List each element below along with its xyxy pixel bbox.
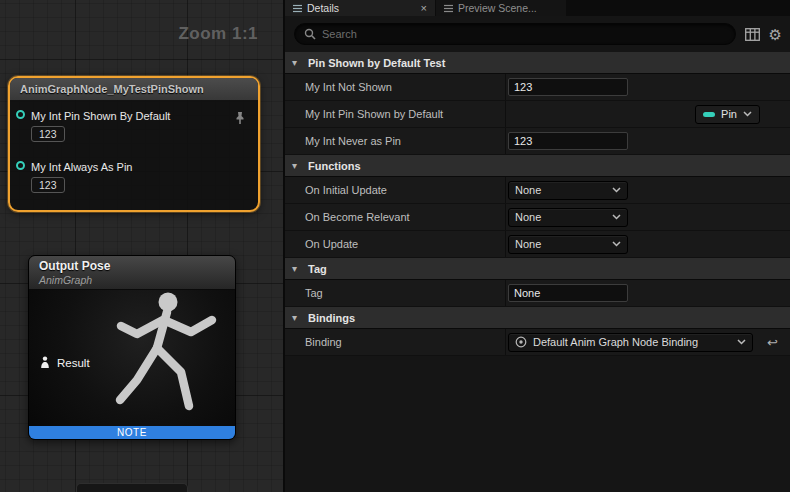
- node-preview-area: Result: [29, 290, 235, 427]
- anim-graph-node-selected[interactable]: AnimGraphNode_MyTestPinShown My Int Pin …: [8, 76, 260, 212]
- node-title: Output Pose: [39, 259, 225, 274]
- row-tag: Tag: [285, 280, 790, 307]
- tab-label: Details: [307, 2, 339, 14]
- category-bindings[interactable]: ▾ Bindings: [285, 307, 790, 329]
- chevron-down-icon: [743, 111, 752, 117]
- result-pin-row: Result: [39, 356, 90, 369]
- pin-value-field[interactable]: 123: [31, 177, 65, 193]
- node-title[interactable]: AnimGraphNode_MyTestPinShown: [10, 78, 258, 100]
- search-input[interactable]: [322, 28, 726, 40]
- chevron-down-icon: ▾: [292, 264, 302, 274]
- output-pose-node[interactable]: Output Pose AnimGraph Result: [28, 255, 236, 440]
- property-list: ▾ Pin Shown by Default Test My Int Not S…: [285, 52, 790, 492]
- category-pin-shown-by-default-test[interactable]: ▾ Pin Shown by Default Test: [285, 52, 790, 74]
- row-on-become-relevant: On Become Relevant None: [285, 204, 790, 231]
- reset-to-default-icon[interactable]: ↩: [767, 336, 778, 349]
- row-my-int-not-shown: My Int Not Shown: [285, 74, 790, 101]
- my-int-not-shown-input[interactable]: [508, 78, 628, 96]
- node-pin-row: My Int Pin Shown By Default 123: [16, 109, 250, 142]
- node-subtitle: AnimGraph: [39, 274, 225, 287]
- chevron-down-icon: [737, 339, 746, 345]
- chevron-down-icon: ▾: [292, 313, 302, 323]
- node-note-bar: NOTE: [29, 426, 235, 439]
- binding-dropdown[interactable]: Default Anim Graph Node Binding: [508, 333, 753, 352]
- close-tab-icon[interactable]: ×: [421, 3, 427, 14]
- row-on-update: On Update None: [285, 231, 790, 258]
- tab-bar: Details × Preview Scene...: [285, 0, 790, 16]
- on-initial-update-dropdown[interactable]: None: [508, 181, 628, 200]
- pose-pin-icon[interactable]: [39, 356, 51, 369]
- hide-pin-icon[interactable]: [234, 111, 246, 129]
- chevron-down-icon: [612, 214, 621, 220]
- result-pin-label: Result: [57, 357, 90, 369]
- anim-graph-canvas[interactable]: Zoom 1:1 AnimGraphNode_MyTestPinShown My…: [0, 0, 285, 492]
- chevron-down-icon: [612, 241, 621, 247]
- tab-details[interactable]: Details ×: [285, 0, 435, 16]
- details-tab-icon: [293, 4, 302, 13]
- on-update-dropdown[interactable]: None: [508, 235, 628, 254]
- row-my-int-pin-shown-by-default: My Int Pin Shown by Default Pin: [285, 101, 790, 128]
- category-functions[interactable]: ▾ Functions: [285, 155, 790, 177]
- row-my-int-never-as-pin: My Int Never as Pin: [285, 128, 790, 155]
- property-matrix-icon[interactable]: [745, 28, 760, 41]
- pin-label: My Int Pin Shown By Default: [31, 109, 170, 123]
- pin-state-icon: [703, 112, 715, 117]
- details-toolbar: ⚙: [285, 16, 790, 52]
- output-pose-header[interactable]: Output Pose AnimGraph: [29, 256, 235, 290]
- pin-value-field[interactable]: 123: [31, 126, 65, 142]
- mannequin-image: [93, 290, 233, 427]
- int-pin-icon[interactable]: [16, 110, 25, 119]
- tag-input[interactable]: [508, 284, 628, 302]
- pin-toggle-dropdown[interactable]: Pin: [695, 105, 760, 124]
- search-box[interactable]: [294, 23, 736, 45]
- zoom-level-label: Zoom 1:1: [178, 24, 258, 44]
- chevron-down-icon: ▾: [292, 58, 302, 68]
- category-tag[interactable]: ▾ Tag: [285, 258, 790, 280]
- settings-gear-icon[interactable]: ⚙: [769, 27, 782, 42]
- search-icon: [304, 28, 316, 40]
- tab-preview-scene[interactable]: Preview Scene...: [436, 0, 566, 16]
- node-pin-row: My Int Always As Pin 123: [16, 160, 250, 193]
- row-binding: Binding Default Anim Graph Node Binding …: [285, 329, 790, 356]
- int-pin-icon[interactable]: [16, 161, 25, 170]
- chevron-down-icon: ▾: [292, 161, 302, 171]
- preview-scene-tab-icon: [444, 4, 453, 13]
- details-panel: Details × Preview Scene... ⚙ ▾ Pin Shown…: [285, 0, 790, 492]
- my-int-never-as-pin-input[interactable]: [508, 132, 628, 150]
- row-on-initial-update: On Initial Update None: [285, 177, 790, 204]
- on-become-relevant-dropdown[interactable]: None: [508, 208, 628, 227]
- pin-label: My Int Always As Pin: [31, 160, 132, 174]
- binding-icon: [515, 336, 527, 348]
- offscreen-node-partial[interactable]: [76, 483, 188, 492]
- tab-label: Preview Scene...: [458, 2, 537, 14]
- chevron-down-icon: [612, 187, 621, 193]
